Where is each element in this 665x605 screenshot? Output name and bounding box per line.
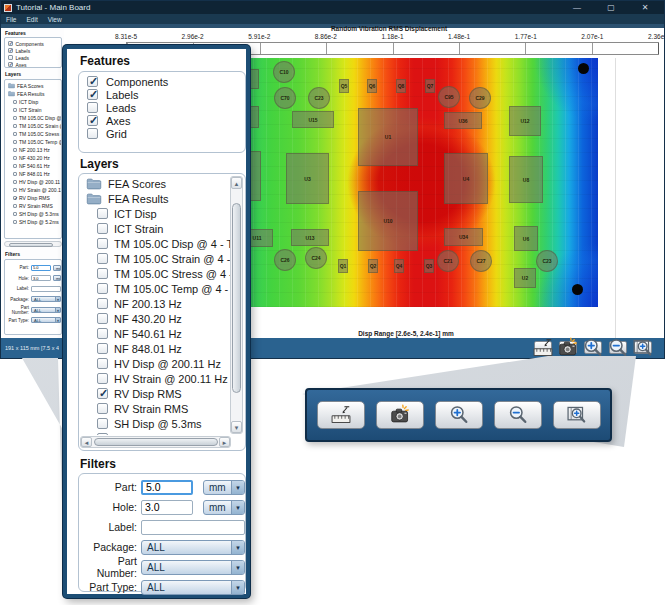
layer-row-nf-848-01-hz[interactable]: NF 848.01 Hz [80, 341, 231, 356]
component-u15[interactable]: U15 [292, 111, 334, 128]
component-q7[interactable]: Q7 [425, 79, 435, 93]
filter-select-part-type[interactable]: ALL▼ [141, 580, 245, 595]
layer-row-tm-105-0c-stress-4-thermal[interactable]: TM 105.0C Stress @ 4 - Thermal [5, 130, 61, 138]
filter-input-label[interactable] [141, 520, 245, 535]
layer-row-tm-105-0c-strain-4-thermal[interactable]: TM 105.0C Strain @ 4 - Thermal [5, 122, 61, 130]
toolbar-button-zoom-area[interactable] [634, 341, 652, 354]
filter-select-part-type[interactable]: ALL▼ [31, 317, 61, 323]
checkbox[interactable] [87, 128, 98, 139]
checkbox[interactable] [13, 156, 17, 160]
checkbox[interactable] [87, 89, 98, 100]
layer-row-sh-disp-5-2ms[interactable]: SH Disp @ 5.2ms [80, 431, 231, 435]
component-c70[interactable]: C70 [274, 87, 296, 109]
toolbar-button-camera[interactable] [559, 341, 577, 354]
checkbox[interactable] [97, 373, 108, 384]
unit-select[interactable]: mm▼ [203, 500, 245, 515]
layer-row-sh-disp-5-3ms[interactable]: SH Disp @ 5.3ms [80, 416, 231, 431]
checkbox[interactable] [87, 102, 98, 113]
checkbox[interactable] [13, 148, 17, 152]
layer-row-hv-disp-200-11-hz[interactable]: HV Disp @ 200.11 Hz [5, 178, 61, 186]
feature-row-components[interactable]: Components [5, 40, 61, 47]
layer-row-fea-scores[interactable]: FEA Scores [5, 82, 61, 90]
checkbox[interactable] [13, 140, 17, 144]
layer-row-hv-strain-200-11-hz[interactable]: HV Strain @ 200.11 Hz [80, 371, 231, 386]
checkbox[interactable] [97, 208, 108, 219]
checkbox[interactable] [97, 253, 108, 264]
layers-v-scrollbar[interactable]: ▲ ▼ [230, 176, 243, 434]
checkbox[interactable] [97, 433, 108, 435]
menu-view[interactable]: View [48, 16, 62, 23]
layer-row-ict-disp[interactable]: ICT Disp [5, 98, 61, 106]
feature-row-grid[interactable]: Grid [79, 127, 245, 140]
unit-select[interactable]: mm▼ [53, 265, 61, 271]
checkbox[interactable] [13, 172, 17, 176]
component-u4[interactable]: U4 [444, 153, 488, 204]
scroll-down-arrow[interactable]: ▼ [231, 421, 242, 433]
layer-row-hv-strain-200-11-hz[interactable]: HV Strain @ 200.11 Hz [5, 186, 61, 194]
scroll-left-arrow[interactable]: ◄ [81, 437, 92, 447]
close-button[interactable]: ✕ [628, 1, 662, 14]
feature-row-axes[interactable]: Axes [79, 114, 245, 127]
toolbar-button-zoom-out[interactable] [609, 341, 627, 354]
feature-row-leads[interactable]: Leads [79, 101, 245, 114]
unit-select[interactable]: mm▼ [203, 480, 245, 495]
layer-row-nf-848-01-hz[interactable]: NF 848.01 Hz [5, 170, 61, 178]
component-u6[interactable]: U6 [514, 226, 538, 251]
layer-row-hv-disp-200-11-hz[interactable]: HV Disp @ 200.11 Hz [80, 356, 231, 371]
toolbar-button-zoom-in[interactable] [435, 401, 483, 429]
component-u13[interactable]: U13 [291, 229, 329, 246]
toolbar-button-zoom-out[interactable] [494, 401, 542, 429]
component-u34[interactable]: U34 [444, 228, 483, 246]
feature-row-components[interactable]: Components [79, 75, 245, 88]
board-canvas[interactable]: C10C70C23U15Q5Q6Q8Q7C95C29U36U12U1U3U4U8… [214, 58, 598, 307]
checkbox[interactable] [13, 212, 17, 216]
component-c29[interactable]: C29 [469, 87, 491, 109]
checkbox[interactable] [97, 328, 108, 339]
filter-input-hole[interactable] [31, 275, 51, 281]
minimize-button[interactable]: — [560, 1, 594, 14]
filter-input-label[interactable] [31, 286, 61, 292]
checkbox[interactable] [13, 100, 17, 104]
feature-row-leads[interactable]: Leads [5, 54, 61, 61]
checkbox[interactable] [13, 164, 17, 168]
scrollbar-thumb[interactable] [94, 438, 218, 446]
filter-input-part[interactable] [141, 480, 193, 495]
component-q4[interactable]: Q4 [394, 259, 404, 273]
feature-row-labels[interactable]: Labels [79, 88, 245, 101]
checkbox[interactable] [97, 283, 108, 294]
checkbox[interactable] [97, 298, 108, 309]
checkbox[interactable] [97, 268, 108, 279]
feature-row-axes[interactable]: Axes [5, 61, 61, 68]
component-u36[interactable]: U36 [444, 112, 482, 129]
filter-select-package[interactable]: ALL▼ [141, 540, 245, 555]
toolbar-button-measure[interactable] [534, 341, 552, 354]
component-q3[interactable]: Q3 [424, 259, 434, 273]
checkbox[interactable] [8, 55, 13, 60]
layer-row-nf-430-20-hz[interactable]: NF 430.20 Hz [5, 154, 61, 162]
toolbar-button-measure[interactable] [317, 401, 365, 429]
component-c21[interactable]: C21 [437, 250, 459, 272]
component-q5[interactable]: Q5 [339, 79, 349, 93]
component-q8[interactable]: Q8 [396, 79, 406, 93]
layer-row-rv-strain-rms[interactable]: RV Strain RMS [5, 202, 61, 210]
layer-row-ict-strain[interactable]: ICT Strain [80, 221, 231, 236]
layer-row-tm-105-0c-temp-4-thermal[interactable]: TM 105.0C Temp @ 4 - Thermal [5, 138, 61, 146]
layer-row-tm-105-0c-disp-4-thermal[interactable]: TM 105.0C Disp @ 4 - Thermal [80, 236, 231, 251]
layer-row-rv-disp-rms[interactable]: RV Disp RMS [80, 386, 231, 401]
layer-row-rv-strain-rms[interactable]: RV Strain RMS [80, 401, 231, 416]
filter-input-hole[interactable] [141, 500, 193, 515]
toolbar-button-camera[interactable] [376, 401, 424, 429]
component-u8[interactable]: U8 [509, 156, 543, 203]
checkbox[interactable] [13, 196, 17, 200]
checkbox[interactable] [13, 180, 17, 184]
layer-row-fea-scores[interactable]: FEA Scores [80, 176, 231, 191]
checkbox[interactable] [97, 343, 108, 354]
component-c95[interactable]: C95 [438, 86, 460, 108]
checkbox[interactable] [8, 48, 13, 53]
component-q2[interactable]: Q2 [368, 259, 378, 273]
layer-row-tm-105-0c-strain-4-thermal[interactable]: TM 105.0C Strain @ 4 - Thermal [80, 251, 231, 266]
component-u2[interactable]: U2 [514, 268, 536, 288]
scrollbar-thumb[interactable] [9, 243, 53, 247]
component-q6[interactable]: Q6 [367, 79, 377, 93]
layer-row-ict-disp[interactable]: ICT Disp [80, 206, 231, 221]
